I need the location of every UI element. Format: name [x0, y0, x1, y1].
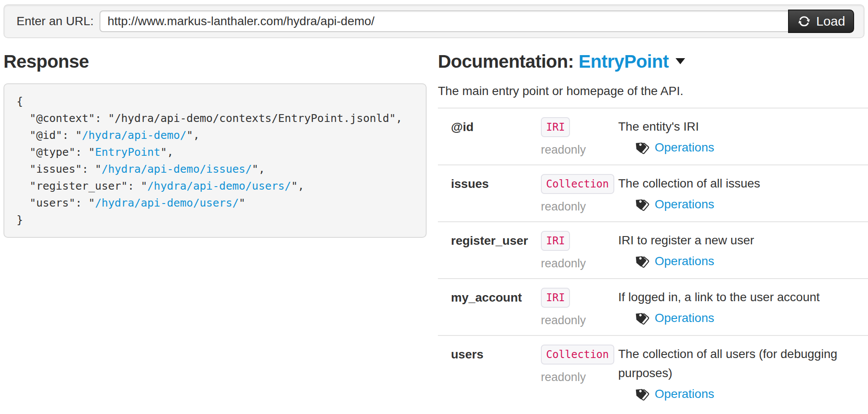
code-link[interactable]: EntryPoint [95, 146, 161, 158]
url-label: Enter an URL: [17, 14, 93, 28]
load-button-label: Load [816, 14, 845, 29]
code-line: "register_user": "/hydra/api-demo/users/… [17, 177, 414, 194]
code-text: "register_user": " [17, 180, 147, 192]
property-type-cell: IRI readonly [541, 231, 618, 270]
property-access: readonly [541, 371, 618, 384]
operations-label[interactable]: Operations [655, 387, 714, 401]
property-type-cell: Collection readonly [541, 345, 618, 384]
property-type-cell: Collection readonly [541, 174, 618, 214]
property-access: readonly [541, 200, 618, 214]
operations-link[interactable]: Operations [634, 310, 868, 326]
code-text: } [17, 214, 23, 226]
property-name: register_user [451, 231, 541, 251]
code-line: "@type": "EntryPoint", [17, 144, 414, 161]
property-row: register_user IRI readonly IRI to regist… [438, 221, 868, 278]
property-type-badge: IRI [541, 231, 570, 251]
documentation-heading: Documentation: EntryPoint [438, 51, 868, 72]
property-description: The entity's IRI [618, 117, 868, 136]
tags-icon [634, 310, 650, 326]
caret-down-icon[interactable] [676, 58, 685, 64]
code-line: "@context": "/hydra/api-demo/contexts/En… [17, 110, 414, 127]
url-input[interactable] [99, 10, 789, 32]
response-panel: Response { "@context": "/hydra/api-demo/… [3, 51, 427, 238]
tags-icon [634, 197, 650, 212]
tags-icon [634, 386, 650, 402]
property-name: issues [451, 174, 541, 194]
code-text: "@id": " [17, 129, 82, 141]
code-text: ", [160, 146, 173, 158]
main-content: Response { "@context": "/hydra/api-demo/… [0, 51, 868, 410]
property-row: my_account IRI readonly If logged in, a … [438, 278, 868, 335]
code-line: "@id": "/hydra/api-demo/", [17, 127, 414, 144]
operations-link[interactable]: Operations [634, 386, 868, 402]
code-text: "@type": " [17, 146, 95, 158]
property-type-cell: IRI readonly [541, 288, 618, 327]
url-input-group: Load [99, 10, 854, 33]
operations-link[interactable]: Operations [634, 197, 868, 212]
tags-icon [634, 253, 650, 269]
property-name: my_account [451, 288, 541, 308]
load-button[interactable]: Load [788, 10, 854, 33]
property-access: readonly [541, 257, 618, 270]
property-access: readonly [541, 314, 618, 327]
code-text: ", [186, 129, 199, 141]
property-row: issues Collection readonly The collectio… [438, 164, 868, 221]
property-name: users [451, 345, 541, 365]
code-link[interactable]: /hydra/api-demo/users/ [95, 197, 239, 209]
property-type-cell: IRI readonly [541, 117, 618, 157]
refresh-icon [797, 14, 811, 28]
class-description: The main entry point or homepage of the … [438, 84, 868, 98]
property-description: IRI to register a new user [618, 231, 868, 250]
url-bar: Enter an URL: Load [3, 4, 865, 38]
operations-label[interactable]: Operations [655, 311, 714, 325]
code-line: } [17, 211, 414, 228]
code-text: "users": " [17, 197, 95, 209]
property-description-cell: The collection of all issues Operations [618, 174, 868, 212]
property-type-badge: IRI [541, 117, 570, 137]
operations-link[interactable]: Operations [634, 140, 868, 155]
operations-label[interactable]: Operations [655, 254, 714, 268]
property-name: @id [451, 117, 541, 137]
property-type-badge: Collection [541, 345, 614, 365]
code-link[interactable]: /hydra/api-demo/ [82, 129, 187, 141]
code-text: { [17, 95, 23, 108]
code-link[interactable]: /hydra/api-demo/users/ [147, 180, 291, 192]
code-text: "issues": " [17, 163, 102, 175]
code-line: { [17, 93, 414, 110]
properties-table: @id IRI readonly The entity's IRI Operat… [438, 108, 868, 410]
code-text: "@context": "/hydra/api-demo/contexts/En… [17, 112, 402, 125]
property-description-cell: The collection of all users (for debuggi… [618, 345, 868, 402]
class-link[interactable]: EntryPoint [579, 51, 669, 72]
code-text: " [239, 197, 245, 209]
operations-label[interactable]: Operations [655, 141, 714, 154]
property-description-cell: The entity's IRI Operations [618, 117, 868, 155]
property-description-cell: If logged in, a link to the user account… [618, 288, 868, 326]
code-link[interactable]: /hydra/api-demo/issues/ [102, 163, 252, 175]
response-code-block: { "@context": "/hydra/api-demo/contexts/… [3, 83, 427, 238]
documentation-heading-label: Documentation: [438, 51, 574, 72]
documentation-panel: Documentation: EntryPoint The main entry… [438, 51, 868, 410]
operations-label[interactable]: Operations [655, 197, 714, 211]
code-text: ", [252, 163, 265, 175]
property-description-cell: IRI to register a new user Operations [618, 231, 868, 269]
property-row: @id IRI readonly The entity's IRI Operat… [438, 108, 868, 164]
code-line: "users": "/hydra/api-demo/users/" [17, 194, 414, 211]
property-type-badge: Collection [541, 174, 614, 194]
operations-link[interactable]: Operations [634, 253, 868, 269]
property-row: users Collection readonly The collection… [438, 335, 868, 410]
property-description: The collection of all users (for debuggi… [618, 345, 868, 383]
code-text: ", [291, 180, 304, 192]
tags-icon [634, 140, 650, 155]
property-access: readonly [541, 143, 618, 157]
code-line: "issues": "/hydra/api-demo/issues/", [17, 161, 414, 177]
property-description: The collection of all issues [618, 174, 868, 193]
property-description: If logged in, a link to the user account [618, 288, 868, 307]
property-type-badge: IRI [541, 288, 570, 308]
response-heading: Response [3, 51, 427, 72]
